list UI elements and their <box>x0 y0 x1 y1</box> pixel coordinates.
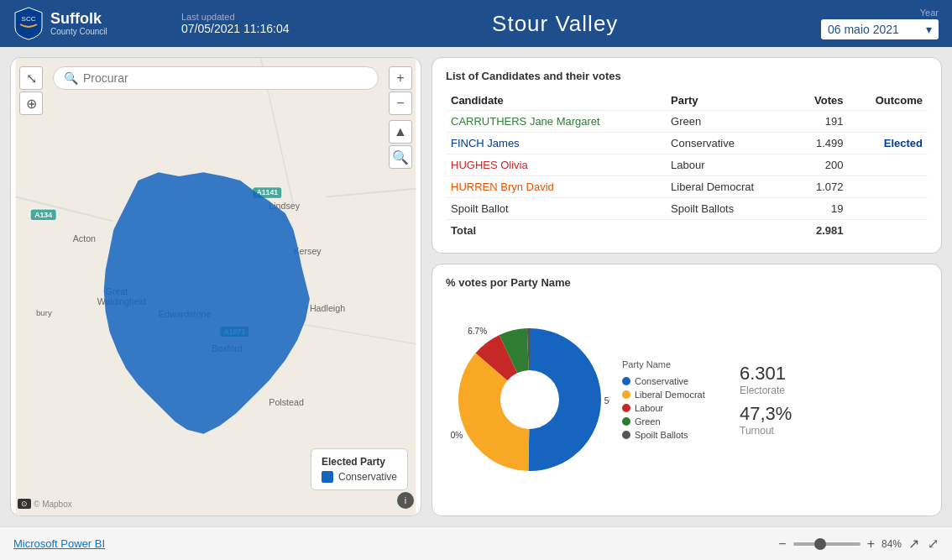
legend-item: Green <box>622 416 731 427</box>
turnout-stat: 47,3% Turnout <box>740 403 824 437</box>
legend-item: Liberal Democrat <box>622 390 731 400</box>
pie-label: 36.0% <box>450 431 463 440</box>
zoom-controls: − + 84% ↗ ⤢ <box>778 536 939 552</box>
legend-dot <box>622 377 630 385</box>
chart-legend-title: Party Name <box>622 359 731 369</box>
total-party-empty <box>666 220 794 242</box>
page-title: Stour Valley <box>289 11 821 37</box>
candidate-outcome: Elected <box>849 133 928 154</box>
power-bi-link[interactable]: Microsoft Power BI <box>13 537 105 550</box>
legend-party-label: Conservative <box>338 471 397 483</box>
chevron-down-icon: ▾ <box>926 23 932 36</box>
candidate-votes: 19 <box>794 198 848 220</box>
pie-label: 6.7% <box>468 327 487 336</box>
candidate-name: Spoilt Ballot <box>446 198 666 220</box>
svg-text:Acton: Acton <box>73 233 96 243</box>
legend-dot <box>622 431 630 439</box>
electorate-stat: 6.301 Electorate <box>740 363 824 396</box>
year-select[interactable]: 06 maio 2021 ▾ <box>821 19 939 39</box>
pie-chart: 50.3%36.0%6.7%6.4%0.6% <box>446 320 614 479</box>
expand-icon[interactable]: ⤢ <box>928 536 939 552</box>
legend-dot <box>622 404 630 412</box>
pie-segment-0 <box>528 328 601 471</box>
zoom-percentage: 84% <box>881 538 902 550</box>
legend-label: Green <box>635 416 661 427</box>
year-select-value: 06 maio 2021 <box>828 23 899 36</box>
candidates-panel: List of Candidates and their votes Candi… <box>432 57 942 254</box>
candidate-party: Green <box>666 111 794 133</box>
legend-item: Spoilt Ballots <box>622 430 731 440</box>
candidate-outcome <box>849 198 928 220</box>
map-search-zoom-icon[interactable]: 🔍 <box>389 145 412 169</box>
map-search-box[interactable]: 🔍 <box>53 66 379 90</box>
legend-label: Spoilt Ballots <box>635 430 688 440</box>
suffolk-shield-icon: SCC <box>13 6 44 41</box>
last-updated-label: Last updated <box>181 12 289 22</box>
map-info-button[interactable]: i <box>397 492 414 509</box>
legend-item: Conservative <box>622 376 731 386</box>
candidate-name: HURREN Bryn David <box>446 176 666 198</box>
chart-panel: % votes por Party Name 50.3%36.0%6.7%6.4… <box>432 264 942 516</box>
table-row: FINCH James Conservative 1.499 Elected <box>446 133 928 154</box>
candidate-outcome <box>849 154 928 176</box>
logo-area: SCC Suffolk County Council <box>13 6 165 41</box>
table-row: HUGHES Olivia Labour 200 <box>446 154 928 176</box>
legend-label: Conservative <box>635 376 688 386</box>
map-legend-item: Conservative <box>322 471 397 483</box>
turnout-label: Turnout <box>740 425 824 437</box>
bottom-right-icons: ↗ ⤢ <box>908 536 939 552</box>
last-updated-value: 07/05/2021 11:16:04 <box>181 22 289 35</box>
header: SCC Suffolk County Council Last updated … <box>0 0 952 47</box>
year-block: Year 06 maio 2021 ▾ <box>821 8 939 39</box>
table-total-row: Total 2.981 <box>446 220 928 242</box>
col-candidate: Candidate <box>446 91 666 111</box>
candidate-name: FINCH James <box>446 133 666 154</box>
zoom-minus-button[interactable]: − <box>778 536 786 552</box>
stats-area: 6.301 Electorate 47,3% Turnout <box>740 363 824 437</box>
logo-county-text: County Council <box>50 27 107 36</box>
mapbox-logo: ⊙ © Mapbox <box>18 499 72 509</box>
zoom-plus-button[interactable]: + <box>867 536 875 552</box>
legend-dot <box>622 390 630 399</box>
svg-text:A134: A134 <box>34 211 52 219</box>
candidate-party: Spoilt Ballots <box>666 198 794 220</box>
electorate-value: 6.301 <box>740 363 824 385</box>
legend-color-conservative <box>322 471 333 483</box>
zoom-slider[interactable] <box>793 542 860 546</box>
map-search-input[interactable] <box>83 71 368 85</box>
candidate-votes: 191 <box>794 111 848 133</box>
candidate-votes: 1.072 <box>794 176 848 198</box>
candidate-party: Liberal Democrat <box>666 176 794 198</box>
table-row: CARRUTHERS Jane Margaret Green 191 <box>446 111 928 133</box>
col-votes: Votes <box>794 91 848 111</box>
search-icon: 🔍 <box>64 71 78 85</box>
svg-text:SCC: SCC <box>22 15 36 23</box>
svg-text:Hadleigh: Hadleigh <box>310 303 345 313</box>
logo-text-block: Suffolk County Council <box>50 11 107 37</box>
candidate-outcome <box>849 176 928 198</box>
map-pan-icon[interactable]: ⤡ <box>19 66 43 90</box>
main-content: ⤡ ⊕ 🔍 + − ▲ 🔍 A134 <box>0 47 952 526</box>
zoom-in-button[interactable]: + <box>389 66 412 90</box>
year-label: Year <box>920 8 939 18</box>
legend-label: Labour <box>635 403 663 413</box>
candidate-votes: 1.499 <box>794 133 848 154</box>
col-party: Party <box>666 91 794 111</box>
pie-label: 6.4% <box>500 320 519 321</box>
map-select-icon[interactable]: ⊕ <box>19 92 43 115</box>
legend-label: Liberal Democrat <box>635 390 705 400</box>
candidate-party: Labour <box>666 154 794 176</box>
candidate-votes: 200 <box>794 154 848 176</box>
map-panel: ⤡ ⊕ 🔍 + − ▲ 🔍 A134 <box>10 57 421 516</box>
candidate-outcome <box>849 111 928 133</box>
map-legend-title: Elected Party <box>322 456 397 468</box>
electorate-label: Electorate <box>740 385 824 396</box>
share-icon[interactable]: ↗ <box>908 536 919 552</box>
right-panel: List of Candidates and their votes Candi… <box>432 57 942 516</box>
zoom-out-button[interactable]: − <box>389 92 412 115</box>
total-label: Total <box>446 220 666 242</box>
svg-text:Polstead: Polstead <box>269 397 304 407</box>
last-updated-block: Last updated 07/05/2021 11:16:04 <box>181 12 289 35</box>
map-north-button[interactable]: ▲ <box>389 120 412 144</box>
candidates-table: Candidate Party Votes Outcome CARRUTHERS… <box>446 91 928 241</box>
